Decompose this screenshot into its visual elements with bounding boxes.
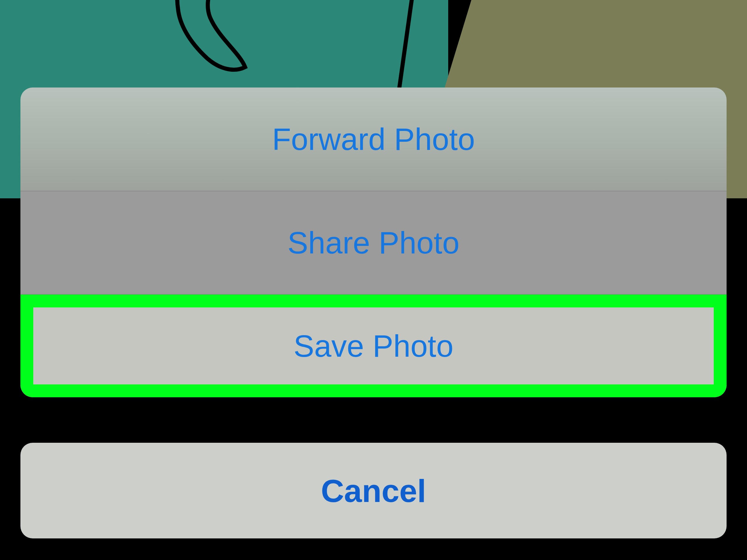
drawing-blob bbox=[146, 0, 257, 87]
share-photo-option[interactable]: Share Photo bbox=[20, 191, 727, 294]
save-photo-option[interactable]: Save Photo bbox=[20, 294, 727, 397]
save-photo-label: Save Photo bbox=[293, 328, 454, 364]
cancel-label: Cancel bbox=[321, 472, 426, 509]
photo-action-sheet: Forward Photo Share Photo Save Photo bbox=[20, 87, 727, 397]
forward-photo-label: Forward Photo bbox=[272, 122, 475, 157]
cancel-button[interactable]: Cancel bbox=[20, 443, 727, 538]
forward-photo-option[interactable]: Forward Photo bbox=[20, 87, 727, 191]
share-photo-label: Share Photo bbox=[287, 225, 459, 261]
